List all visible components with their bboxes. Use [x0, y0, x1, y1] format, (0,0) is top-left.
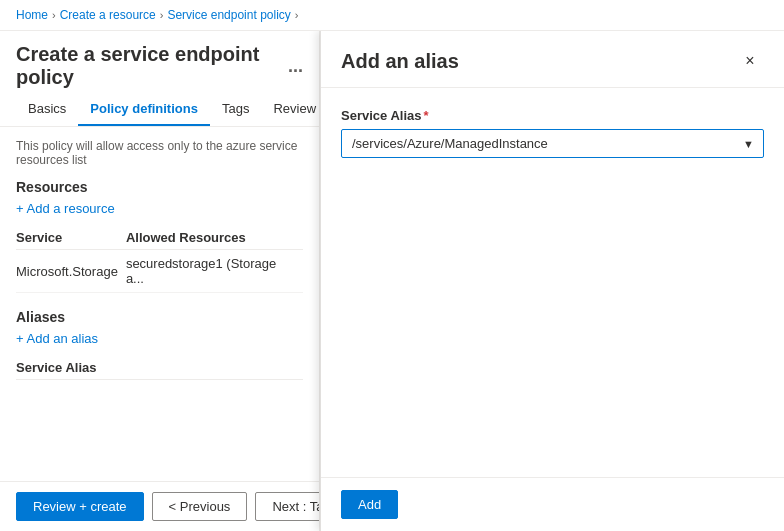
add-button[interactable]: Add	[341, 490, 398, 519]
service-alias-select[interactable]: /services/Azure/ManagedInstance /service…	[341, 129, 764, 158]
service-alias-wrapper: /services/Azure/ManagedInstance /service…	[341, 129, 764, 158]
service-alias-label: Service Alias *	[341, 108, 764, 123]
required-indicator: *	[423, 108, 428, 123]
resources-section: Resources + Add a resource Service Allow…	[16, 179, 303, 293]
breadcrumb-home[interactable]: Home	[16, 8, 48, 22]
aliases-title: Aliases	[16, 309, 303, 325]
left-panel: Create a service endpoint policy ... Bas…	[0, 31, 320, 531]
add-alias-link[interactable]: + Add an alias	[16, 331, 303, 346]
main-container: Create a service endpoint policy ... Bas…	[0, 31, 784, 531]
add-resource-link[interactable]: + Add a resource	[16, 201, 303, 216]
close-panel-button[interactable]: ×	[736, 47, 764, 75]
add-alias-panel: Add an alias × Service Alias * /services…	[320, 31, 784, 531]
tab-review-create[interactable]: Review + create	[261, 93, 320, 126]
page-title: Create a service endpoint policy	[16, 43, 280, 89]
panel-footer: Add	[321, 477, 784, 531]
col-service: Service	[16, 226, 126, 250]
cell-allowed: securedstorage1 (Storage a...	[126, 250, 303, 293]
content-area: This policy will allow access only to th…	[0, 127, 319, 481]
tab-tags[interactable]: Tags	[210, 93, 261, 126]
cell-service: Microsoft.Storage	[16, 250, 126, 293]
col-allowed-resources: Allowed Resources	[126, 226, 303, 250]
aliases-section: Aliases + Add an alias Service Alias	[16, 309, 303, 380]
breadcrumb-service-endpoint[interactable]: Service endpoint policy	[167, 8, 290, 22]
tab-basics[interactable]: Basics	[16, 93, 78, 126]
next-button[interactable]: Next : Tags >	[255, 492, 320, 521]
resources-table: Service Allowed Resources Microsoft.Stor…	[16, 226, 303, 293]
breadcrumb: Home › Create a resource › Service endpo…	[0, 0, 784, 31]
panel-title: Add an alias	[341, 50, 459, 73]
panel-header: Add an alias ×	[321, 31, 784, 88]
left-panel-footer: Review + create < Previous Next : Tags >	[0, 481, 319, 531]
breadcrumb-create-resource[interactable]: Create a resource	[60, 8, 156, 22]
breadcrumb-sep-2: ›	[160, 9, 164, 21]
review-create-button[interactable]: Review + create	[16, 492, 144, 521]
previous-button[interactable]: < Previous	[152, 492, 248, 521]
panel-content: Service Alias * /services/Azure/ManagedI…	[321, 88, 784, 477]
tab-bar: Basics Policy definitions Tags Review + …	[0, 93, 319, 127]
resources-title: Resources	[16, 179, 303, 195]
alias-table-header: Service Alias	[16, 356, 303, 380]
breadcrumb-sep-3: ›	[295, 9, 299, 21]
breadcrumb-sep-1: ›	[52, 9, 56, 21]
tab-policy-definitions[interactable]: Policy definitions	[78, 93, 210, 126]
page-title-area: Create a service endpoint policy ...	[0, 31, 319, 93]
policy-info-text: This policy will allow access only to th…	[16, 139, 303, 167]
page-title-options[interactable]: ...	[288, 56, 303, 77]
table-row: Microsoft.Storage securedstorage1 (Stora…	[16, 250, 303, 293]
